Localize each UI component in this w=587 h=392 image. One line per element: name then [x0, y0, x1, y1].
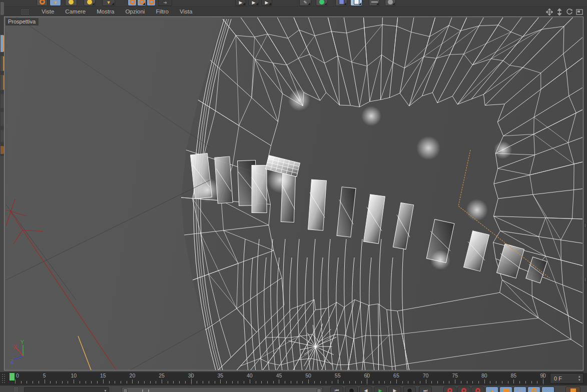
- animation-toolbar-grip-icon[interactable]: [14, 387, 19, 392]
- spline-menu-icon[interactable]: ▶: [248, 0, 259, 6]
- play-button[interactable]: ▶: [374, 386, 387, 392]
- timeline-tick: [39, 381, 39, 384]
- prev-key-button[interactable]: [345, 386, 358, 392]
- timeline-tick: [21, 381, 22, 384]
- left-tool-icon[interactable]: [1, 2, 4, 15]
- menu-item-vista[interactable]: Vista: [174, 6, 198, 17]
- rotate-tool-icon[interactable]: [84, 0, 96, 6]
- viewport-perspective[interactable]: Prospettiva: [4, 16, 583, 370]
- panel-ridge: [584, 277, 586, 282]
- spline-pen-icon[interactable]: [369, 0, 380, 6]
- left-selected-tool-icon[interactable]: [1, 35, 4, 52]
- goto-start-button[interactable]: ⏮: [330, 386, 343, 392]
- timeline-tick: [50, 381, 51, 384]
- timeline-tick: [490, 381, 490, 384]
- menu-item-opzioni[interactable]: Opzioni: [120, 6, 150, 17]
- timeline-tick: [537, 381, 537, 384]
- timeline-tick-label: 35: [217, 372, 223, 378]
- move-tool-icon[interactable]: ▼: [50, 0, 61, 6]
- timeline-ruler[interactable]: 051015202530354045505560657075808590 0 F…: [0, 372, 587, 385]
- range-start-handle[interactable]: [123, 388, 128, 392]
- timeline-tick: [226, 381, 227, 384]
- solo-button[interactable]: [565, 386, 580, 392]
- chevron-down-icon: ▼: [104, 389, 107, 392]
- timeline-grip-icon[interactable]: [2, 374, 6, 384]
- view-controls: [546, 8, 587, 16]
- menu-item-filtro[interactable]: Filtro: [150, 6, 174, 17]
- sphere-menu-icon[interactable]: [385, 0, 396, 6]
- maximize-view-icon[interactable]: [576, 8, 583, 16]
- timeline-tick: [232, 381, 233, 384]
- pen-tool-icon[interactable]: ✎: [299, 0, 311, 6]
- scale-tool-icon[interactable]: [65, 0, 77, 6]
- current-frame-field[interactable]: 0 F ▲▼: [550, 373, 583, 384]
- timeline-tick: [379, 381, 379, 384]
- timeline-tick: [162, 380, 162, 384]
- timeline-tick: [127, 381, 127, 384]
- record-keyframe-button[interactable]: [443, 386, 456, 392]
- deformer-menu-icon[interactable]: [316, 0, 328, 6]
- key-rotation-button[interactable]: ◠: [513, 386, 526, 392]
- rotate-view-icon[interactable]: [566, 8, 573, 16]
- undo-icon[interactable]: [37, 0, 48, 6]
- timeline-tick: [355, 381, 356, 384]
- key-parameter-button[interactable]: [527, 386, 540, 392]
- primitive-menu-icon[interactable]: ▶: [235, 0, 246, 6]
- key-pla-button[interactable]: ⁙: [541, 386, 554, 392]
- zoom-view-icon[interactable]: [556, 8, 563, 16]
- timeline-range-slider[interactable]: [122, 387, 323, 392]
- viewport-camera-label[interactable]: Prospettiva: [6, 18, 39, 26]
- menu-item-camere[interactable]: Camere: [60, 6, 91, 17]
- timeline-tick: [267, 381, 268, 384]
- current-frame-marker[interactable]: [10, 373, 15, 380]
- viewport-menu-bar: Viste Camere Mostra Opzioni Filtro Vista: [4, 6, 587, 17]
- render-picture-viewer-icon[interactable]: [137, 0, 146, 6]
- timeline-tick: [297, 381, 297, 384]
- camera-menu-icon[interactable]: [350, 0, 362, 6]
- timeline-tick: [109, 381, 110, 384]
- next-frame-button[interactable]: ▶: [388, 386, 401, 392]
- pan-view-icon[interactable]: [546, 8, 553, 16]
- generator-menu-icon[interactable]: ▶: [261, 0, 272, 6]
- render-settings-icon[interactable]: [147, 0, 156, 6]
- timeline-tick: [150, 381, 151, 384]
- menu-item-mostra[interactable]: Mostra: [91, 6, 120, 17]
- viewport-canvas[interactable]: X Y Z: [5, 17, 583, 370]
- render-view-icon[interactable]: [128, 0, 137, 6]
- left-tool-icon[interactable]: [1, 75, 4, 90]
- goto-end-button[interactable]: ⏭: [419, 386, 432, 392]
- next-key-button[interactable]: [403, 386, 416, 392]
- menu-item-viste[interactable]: Viste: [36, 6, 60, 17]
- timeline-tick: [179, 381, 180, 384]
- key-position-button[interactable]: ⬧: [485, 386, 498, 392]
- key-scale-button[interactable]: [499, 386, 512, 392]
- range-end-handle[interactable]: [317, 388, 321, 392]
- timeline-tick: [256, 381, 256, 384]
- timeline-tick: [91, 381, 92, 384]
- left-tool-icon[interactable]: [1, 56, 4, 71]
- timeline-tick: [132, 380, 133, 384]
- menu-grip-icon[interactable]: [21, 9, 30, 15]
- timeline-tick: [197, 381, 197, 384]
- timeline-tick-label: 10: [71, 372, 77, 378]
- timeline-tick-label: 50: [305, 372, 311, 378]
- frame-spinner[interactable]: ▲▼: [578, 374, 581, 382]
- timeline-tick: [261, 381, 262, 384]
- left-tool-icon[interactable]: [1, 94, 4, 108]
- timeline-tick: [220, 380, 221, 384]
- timeline-tick-label: 25: [159, 372, 165, 378]
- left-tool-icon[interactable]: [1, 112, 4, 126]
- left-tool-icon[interactable]: [1, 146, 4, 154]
- prev-frame-button[interactable]: ◀: [359, 386, 372, 392]
- environment-menu-icon[interactable]: [335, 0, 347, 6]
- autokey-button[interactable]: [457, 386, 470, 392]
- arrow-right-icon[interactable]: ➜: [158, 0, 172, 6]
- timeline-tick: [367, 380, 367, 384]
- last-tool-icon[interactable]: ▼: [102, 0, 115, 6]
- timeline-preset-dropdown[interactable]: ▼: [24, 387, 109, 392]
- timeline-tick: [291, 381, 291, 384]
- timeline-tick: [508, 381, 508, 384]
- timeline-tick: [314, 381, 315, 384]
- left-tool-icon[interactable]: [1, 130, 4, 142]
- keyframe-selection-button[interactable]: [471, 386, 484, 392]
